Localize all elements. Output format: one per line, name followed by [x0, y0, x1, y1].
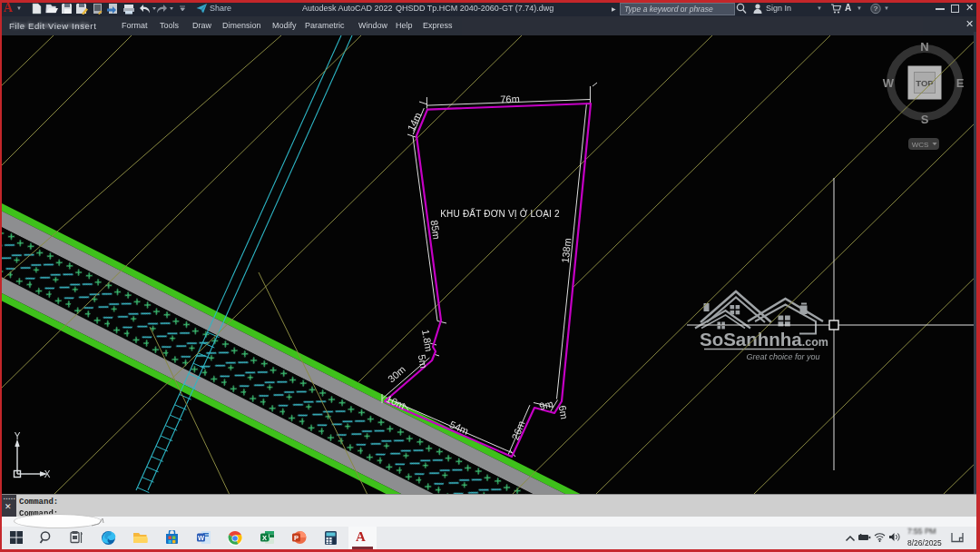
- svg-text:30m: 30m: [386, 363, 407, 384]
- svg-text:76m: 76m: [500, 94, 520, 105]
- svg-text:N: N: [920, 40, 928, 54]
- svg-text:SoSanhnha.com: SoSanhnha.com: [700, 329, 828, 350]
- svg-text:X: X: [44, 469, 51, 479]
- svg-text:W: W: [198, 534, 205, 542]
- svg-text:?: ?: [874, 5, 878, 13]
- svg-text:S: S: [921, 113, 929, 126]
- svg-text:P: P: [294, 534, 299, 542]
- svg-text:E: E: [956, 76, 965, 90]
- svg-text:X: X: [262, 534, 267, 542]
- svg-text:WCS: WCS: [912, 141, 929, 149]
- svg-text:W: W: [883, 76, 895, 90]
- svg-text:14m: 14m: [405, 111, 423, 133]
- svg-text:Great choice for you: Great choice for you: [746, 352, 819, 361]
- svg-text:5m: 5m: [416, 353, 429, 369]
- svg-text:1.8m: 1.8m: [420, 329, 435, 352]
- svg-text:Y: Y: [15, 431, 21, 441]
- svg-text:KHU ĐẤT ĐƠN VỊ Ở LOẠI 2: KHU ĐẤT ĐƠN VỊ Ở LOẠI 2: [440, 208, 560, 219]
- svg-text:6m: 6m: [557, 404, 570, 419]
